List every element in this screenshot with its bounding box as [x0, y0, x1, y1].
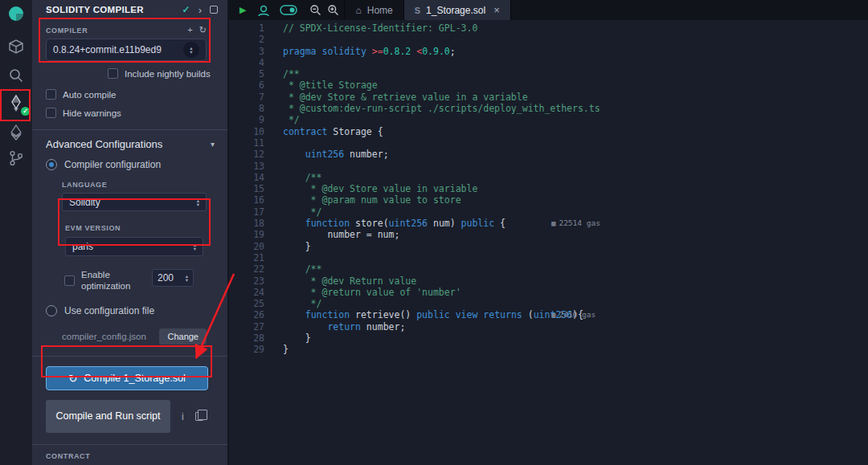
code-line: * @dev Return value	[283, 275, 868, 287]
use-configuration-file-radio[interactable]	[46, 305, 57, 316]
code-line: // SPDX-License-Identifier: GPL-3.0	[283, 22, 868, 34]
compiler-configuration-label: Compiler configuration	[64, 159, 161, 170]
zoom-out-icon[interactable]	[309, 0, 321, 20]
code-line: contract Storage {	[283, 126, 868, 137]
code-line: }	[283, 241, 868, 252]
line-number: 8	[229, 103, 264, 114]
line-number: 27	[229, 321, 264, 332]
sidebar-item-git[interactable]	[0, 149, 32, 167]
divider	[32, 129, 227, 130]
line-number: 10	[229, 126, 264, 137]
auto-compile-checkbox[interactable]	[46, 89, 56, 100]
compile-button[interactable]: ↻ Compile 1_Storage.sol	[46, 366, 208, 390]
compiler-version-value: 0.8.24+commit.e11b9ed9	[53, 44, 162, 55]
line-number: 6	[229, 80, 264, 91]
solidity-file-icon: S	[415, 6, 420, 15]
compiler-configuration-radio[interactable]	[46, 159, 57, 170]
hide-warnings-checkbox[interactable]	[46, 108, 56, 118]
sidebar-item-search[interactable]	[0, 67, 32, 84]
sidebar-item-file-explorer[interactable]	[0, 38, 32, 55]
code-line: }	[283, 332, 868, 344]
advanced-configurations-title: Advanced Configurations	[46, 138, 162, 150]
code-line: function retrieve() public view returns …	[283, 309, 868, 320]
select-caret-icon: ▴▾	[183, 42, 199, 58]
nightly-builds-checkbox[interactable]	[108, 68, 118, 79]
language-select[interactable]: Solidity ▴▾	[62, 193, 207, 211]
language-value: Solidity	[69, 197, 100, 208]
line-number: 9	[229, 114, 264, 125]
evm-version-select[interactable]: paris ▴▾	[65, 237, 203, 256]
solidity-compiler-panel: SOLIDITY COMPILER ✓ › COMPILER + ↻ 0.8.2…	[32, 0, 229, 465]
code-line: /**	[283, 172, 868, 183]
code-editor[interactable]: 1234567891011121314151617181920212223242…	[229, 20, 868, 465]
tab-home[interactable]: ⌂ Home	[344, 0, 403, 20]
change-config-button[interactable]: Change	[159, 328, 207, 345]
hide-warnings-row[interactable]: Hide warnings	[46, 108, 227, 118]
nightly-builds-row[interactable]: Include nightly builds	[108, 68, 227, 79]
code-line: }	[283, 344, 868, 355]
tab-storage-label: 1_Storage.sol	[426, 5, 485, 16]
gas-estimate-badge: ▦22514 gas	[551, 218, 600, 228]
code-line: /**	[283, 263, 868, 275]
search-icon	[7, 67, 25, 84]
remix-logo-icon	[6, 4, 26, 23]
config-file-row: compiler_config.json Change	[62, 328, 207, 345]
advanced-configurations-header[interactable]: Advanced Configurations ▾	[46, 138, 215, 150]
compile-status-check-icon: ✓	[182, 4, 190, 15]
compiler-label: COMPILER	[46, 27, 88, 35]
code-line: * @dev Store value in variable	[283, 183, 868, 194]
compiler-section-header: COMPILER + ↻	[46, 25, 207, 35]
sidebar-item-deploy-run[interactable]	[0, 124, 32, 141]
enable-optimization-toggle[interactable]: Enable optimization	[64, 269, 139, 292]
hide-warnings-label: Hide warnings	[63, 108, 121, 118]
config-file-name: compiler_config.json	[62, 332, 146, 341]
home-icon: ⌂	[355, 5, 361, 16]
line-number: 7	[229, 92, 264, 103]
pin-panel-icon[interactable]	[210, 6, 218, 14]
gas-icon: ▦	[551, 310, 555, 320]
line-number: 16	[229, 194, 264, 206]
info-icon[interactable]: i	[182, 411, 184, 422]
sidebar-item-solidity-compiler[interactable]: ✓	[0, 94, 32, 113]
code-line: uint256 number;	[283, 149, 868, 160]
reload-compiler-icon[interactable]: ↻	[199, 25, 207, 35]
optimization-runs-input[interactable]: 200 ▴▾	[152, 269, 194, 287]
compiler-configuration-radio-row[interactable]: Compiler configuration	[46, 159, 227, 170]
sidebar-item-home[interactable]	[0, 4, 32, 23]
select-caret-icon: ▴▾	[194, 243, 196, 251]
enable-optimization-label: Enable optimization	[81, 269, 139, 292]
compiler-version-select[interactable]: 0.8.24+commit.e11b9ed9 ▴▾	[46, 39, 207, 61]
gas-estimate-badge: ▦2410 gas	[551, 310, 596, 320]
auto-compile-row[interactable]: Auto compile	[46, 89, 227, 100]
copy-icon[interactable]	[195, 412, 203, 421]
line-numbers: 1234567891011121314151617181920212223242…	[229, 22, 271, 465]
tab-storage-sol[interactable]: S 1_Storage.sol ×	[404, 0, 511, 20]
use-configuration-file-radio-row[interactable]: Use configuration file	[46, 305, 227, 316]
icon-rail: ✓	[0, 0, 32, 465]
remix-ai-icon[interactable]	[256, 0, 271, 20]
line-number: 14	[229, 172, 264, 183]
line-number: 19	[229, 229, 264, 240]
zoom-in-icon[interactable]	[327, 0, 339, 20]
stepper-caret-icon: ▴▾	[186, 274, 188, 282]
line-number: 24	[229, 287, 264, 298]
code-line: * @dev Store & retrieve value in a varia…	[283, 92, 868, 103]
compile-success-badge-icon: ✓	[21, 107, 30, 116]
line-number: 5	[229, 68, 264, 80]
enable-optimization-checkbox[interactable]	[64, 275, 75, 286]
code-line: function store(uint256 num) public {▦225…	[283, 218, 868, 229]
line-number: 2	[229, 34, 264, 45]
close-tab-icon[interactable]: ×	[493, 4, 500, 16]
line-number: 26	[229, 309, 264, 320]
code-line: return number;	[283, 321, 868, 332]
code-line: */	[283, 206, 868, 218]
run-script-icon[interactable]: ▶	[240, 0, 246, 20]
line-number: 22	[229, 263, 264, 275]
line-number: 12	[229, 149, 264, 160]
compile-and-run-button[interactable]: Compile and Run script	[46, 400, 170, 433]
add-compiler-icon[interactable]: +	[187, 25, 192, 35]
line-number: 17	[229, 206, 264, 218]
language-label: LANGUAGE	[62, 181, 227, 189]
copilot-toggle-icon[interactable]	[280, 0, 297, 20]
compile-refresh-icon: ↻	[68, 373, 77, 385]
